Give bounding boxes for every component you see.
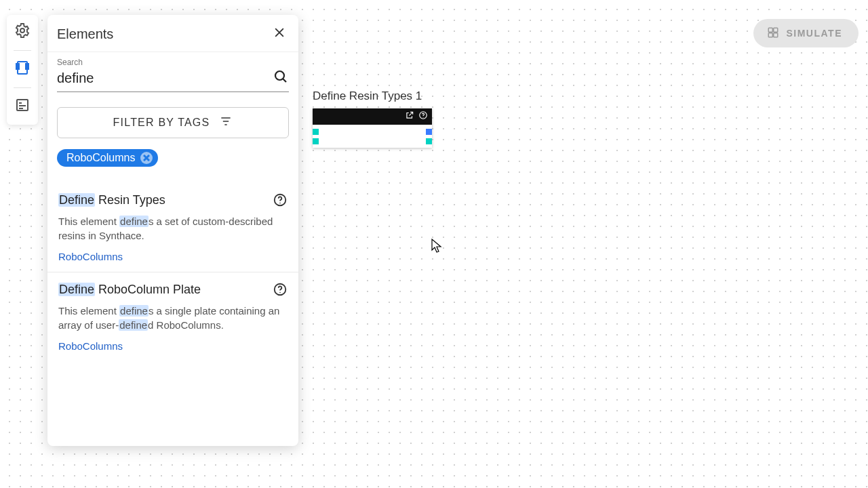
rail-protocol-button[interactable] [11, 95, 34, 118]
search-block: Search [47, 52, 298, 95]
open-external-icon[interactable] [405, 110, 414, 123]
node-output-port[interactable] [426, 138, 432, 144]
cursor-icon [431, 239, 442, 253]
search-row [57, 68, 289, 92]
rail-elements-button[interactable] [11, 58, 34, 81]
result-description: This element defines a set of custom-des… [58, 214, 288, 243]
result-tag[interactable]: RoboColumns [58, 251, 288, 262]
gear-icon [14, 22, 31, 41]
simulate-label: SIMULATE [786, 28, 842, 39]
elements-icon [14, 60, 31, 79]
svg-point-15 [279, 292, 281, 293]
svg-rect-1 [774, 28, 778, 32]
node-toolbar [313, 108, 432, 125]
search-icon[interactable] [273, 68, 289, 87]
rail-separator [14, 50, 31, 51]
node-input-port[interactable] [313, 129, 319, 135]
filter-icon [219, 115, 233, 131]
rail-separator [14, 87, 31, 88]
result-item[interactable]: Define Resin Types This element defines … [47, 183, 298, 272]
result-description: This element defines a single plate cont… [58, 304, 288, 332]
canvas-node-define-resin-types[interactable]: Define Resin Types 1 [313, 89, 432, 148]
node-input-port[interactable] [313, 138, 319, 144]
rail-settings-button[interactable] [11, 20, 34, 43]
panel-close-button[interactable] [270, 24, 289, 43]
highlight: Define [58, 193, 95, 207]
tag-chip-label: RoboColumns [66, 152, 135, 164]
close-icon [273, 26, 286, 42]
elements-panel: Elements Search FILTER BY TAGS RoboColum… [47, 15, 298, 446]
svg-rect-3 [774, 33, 778, 37]
search-label: Search [57, 58, 289, 67]
svg-point-11 [275, 71, 284, 80]
help-icon[interactable] [273, 282, 288, 297]
panel-header: Elements [47, 15, 298, 52]
active-tag-chips: RoboColumns [47, 138, 298, 171]
left-rail [7, 15, 38, 125]
result-item[interactable]: Define RoboColumn Plate This element def… [47, 272, 298, 361]
results-list: Define Resin Types This element defines … [47, 183, 298, 446]
result-title: Define RoboColumn Plate [58, 283, 201, 297]
result-tag[interactable]: RoboColumns [58, 340, 288, 352]
help-icon[interactable] [273, 192, 288, 207]
result-title: Define Resin Types [58, 193, 165, 207]
node-body[interactable] [313, 108, 432, 148]
svg-rect-2 [769, 33, 773, 37]
highlight: Define [58, 283, 95, 296]
filter-label: FILTER BY TAGS [113, 117, 210, 129]
tag-chip-robocolumns[interactable]: RoboColumns [57, 149, 158, 167]
protocol-icon [14, 97, 31, 116]
node-output-port[interactable] [426, 129, 432, 135]
node-title: Define Resin Types 1 [313, 89, 432, 103]
svg-point-4 [20, 28, 24, 33]
simulate-icon [767, 26, 779, 41]
svg-point-17 [422, 117, 423, 117]
search-input[interactable] [57, 70, 273, 86]
svg-rect-0 [769, 28, 773, 32]
svg-point-13 [279, 203, 281, 204]
help-icon[interactable] [418, 110, 428, 123]
simulate-button[interactable]: SIMULATE [753, 19, 859, 47]
filter-by-tags-button[interactable]: FILTER BY TAGS [57, 107, 289, 138]
remove-tag-icon[interactable] [140, 152, 153, 164]
panel-title: Elements [57, 26, 113, 42]
